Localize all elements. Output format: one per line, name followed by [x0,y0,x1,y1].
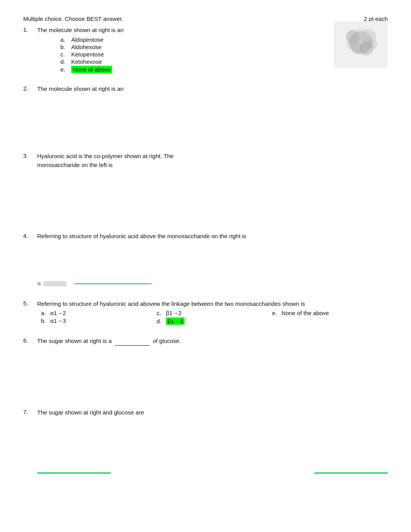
q4-row: 4. Referring to structure of hyaluronic … [23,232,388,289]
q4-answer-area [37,281,388,286]
q5-row: 5. Referring to structure of hyaluronic … [23,300,388,326]
question-7: 7. The sugar shown at right and glucose … [23,408,388,474]
q5-opt-d-label: d. [157,318,164,324]
q7-row: 7. The sugar shown at right and glucose … [23,408,388,474]
q3-number: 3. [23,152,37,159]
question-4: 4. Referring to structure of hyaluronic … [23,232,388,289]
q7-bottom-lines [37,472,388,474]
q5-opt-c-text: β1→2 [166,310,182,316]
q2-content: The molecule shown at right is an [37,85,388,142]
q4-content: Referring to structure of hyaluronic aci… [37,232,388,289]
question-1: 1. The molecule shown at right is an a. … [23,26,388,74]
q2-row: 2. The molecule shown at right is an [23,85,388,142]
q6-spacer [37,347,388,397]
molecule-image-q1 [334,21,388,68]
q5-opt-a: a. α1→2 [41,310,157,316]
svg-point-7 [367,39,377,49]
q5-opt-e-text: None of the above [281,310,329,316]
q5-opt-c-label: c. [157,310,164,316]
q5-opt-d-text: β1→3 [166,317,185,325]
q4-text: Referring to structure of hyaluronic aci… [37,232,388,241]
q7-content: The sugar shown at right and glucose are [37,408,388,474]
q1-opt-b-text: Aldohexose [71,44,101,50]
q1-opt-b-letter: b. [60,44,71,50]
q5-col1: a. α1→2 b. α1→3 [41,310,157,326]
q7-text: The sugar shown at right and glucose are [37,408,388,417]
q3-spacer [37,171,388,221]
question-5: 5. Referring to structure of hyaluronic … [23,300,388,326]
q1-opt-a-letter: a. [60,36,71,43]
q3-row: 3. Hyaluronic acid is the co-polymer sho… [23,152,388,221]
q1-opt-e-letter: e. [60,66,71,73]
q6-number: 6. [23,337,37,344]
molecule-svg [336,23,386,66]
q4-bullet [37,282,41,286]
q5-col2: c. β1→2 d. β1→3 [157,310,272,326]
q5-opt-c: c. β1→2 [157,310,272,316]
svg-point-6 [346,40,356,49]
q7-number: 7. [23,408,37,415]
q7-right-line [314,472,388,474]
q5-opt-b-text: α1→3 [50,317,66,324]
q1-row: 1. The molecule shown at right is an a. … [23,26,388,74]
q3-text: Hyaluronic acid is the co-polymer shown … [37,152,388,169]
q5-text: Referring to structure of hyaluronic aci… [37,300,388,309]
q6-text: The sugar shown at right is a of glucose… [37,337,388,346]
q6-content: The sugar shown at right is a of glucose… [37,337,388,397]
q5-content: Referring to structure of hyaluronic aci… [37,300,388,326]
q6-row: 6. The sugar shown at right is a of gluc… [23,337,388,397]
instruction-text: Multiple choice. Choose BEST answer. [23,15,123,22]
q4-answer-line [74,283,152,284]
q1-opt-d-text: Ketohexose [71,58,102,65]
q3-content: Hyaluronic acid is the co-polymer shown … [37,152,388,221]
q7-left-line [37,472,111,474]
question-6: 6. The sugar shown at right is a of gluc… [23,337,388,397]
q5-opt-a-text: α1→2 [50,310,66,316]
q5-col3: e. None of the above [272,310,388,326]
q1-opt-e-text: None of above [71,66,112,73]
q5-opt-b-label: b. [41,317,49,324]
questions-container: 1. The molecule shown at right is an a. … [23,26,388,474]
q1-opt-c-letter: c. [60,51,71,58]
q1-number: 1. [23,26,37,33]
q1-opt-a-text: Aldopentose [71,36,103,43]
q2-text: The molecule shown at right is an [37,85,388,94]
q7-spacer [37,418,388,469]
q4-blurred-text [43,281,67,286]
q1-opt-c-text: Ketopentose [71,51,104,58]
q4-left-block [37,281,67,286]
header-row: Multiple choice. Choose BEST answer. 2 p… [23,15,388,22]
q2-number: 2. [23,85,37,92]
question-3: 3. Hyaluronic acid is the co-polymer sho… [23,152,388,221]
q4-spacer [37,242,388,281]
q5-number: 5. [23,300,37,307]
q4-number: 4. [23,232,37,239]
question-2: 2. The molecule shown at right is an [23,85,388,142]
q6-answer-line [115,345,150,346]
q5-options: a. α1→2 b. α1→3 c. β1→2 [41,310,388,326]
q5-opt-a-label: a. [41,310,49,316]
svg-point-5 [355,27,366,38]
q5-opt-e-label: e. [272,310,280,316]
q1-opt-d-letter: d. [60,58,71,65]
q5-opt-b: b. α1→3 [41,317,157,324]
q5-opt-d: d. β1→3 [157,317,272,325]
q2-spacer [37,95,388,141]
q5-opt-e: e. None of the above [272,310,388,316]
